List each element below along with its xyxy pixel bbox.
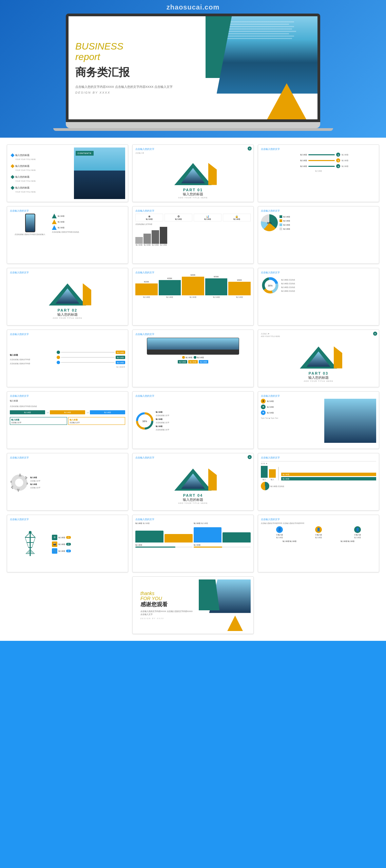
slide9-text1: 输入标题 点击此处: [281, 279, 376, 281]
slide-part04[interactable]: 点击输入您的文字 + PART 04 输入您的标题 ADD YOUR TITLE…: [132, 453, 254, 511]
slide15-icon-row3: ★ 输入标题: [261, 410, 324, 415]
badge-icon-2: [194, 356, 196, 359]
bar-price-4: ¥250K: [214, 276, 218, 278]
slide13-desc: 点击此处输入您的文字内容点击此处: [10, 405, 125, 408]
slide-person-icons[interactable]: 点击输入您的文字 ★ 输入标题 ★ 输入标题 ★ 输入标题: [258, 391, 379, 449]
slide10-left: 输入标题 点击此处输入您的文字内容 点击此处输入您的文字内容: [10, 337, 55, 381]
slide13-content: 输入标题 点击此处输入您的文字内容点击此处 输入标题 → 输入标题 → 输入标题…: [10, 399, 125, 425]
slide2-plus[interactable]: +: [248, 146, 252, 151]
slide-part03[interactable]: 点击输入 ▶ ADD YOUR TITLE HERE + PART 03 输入您…: [258, 330, 379, 387]
legend-color-3: [279, 223, 282, 226]
legend-label-4: 输入标题: [283, 228, 290, 230]
slide-star-report[interactable]: 点击输入您的文字 第X章 ▶ 输入 输入 输入标题 输入标题: [258, 453, 379, 511]
slide-part01[interactable]: 点击输入您的文字 点击输入 ▶ + PART 01 输入您的标题 ADD YOU…: [132, 144, 254, 202]
slide13-info1-title: 输入标题: [11, 418, 66, 421]
part02-triangle-image: [56, 289, 79, 304]
part04-orange-accent: [208, 469, 217, 491]
slide5-box1: ⊕ 输入标题: [135, 214, 163, 221]
slide-arc-icons[interactable]: 点击输入您的文字 36% 输入标题 点击此处输入文字 输入标题 点击此处输入文字: [132, 391, 254, 449]
timeline-item-2: 输入标题: [57, 356, 125, 359]
slide-info-list[interactable]: 点击输入您的文字 输入标题 ⊕ 输入标题 输入标题 ⊕ 输入标题: [258, 144, 379, 202]
part03-title: 输入您的标题: [308, 375, 329, 380]
part01-title: 输入您的标题: [183, 192, 203, 197]
slide-circle[interactable]: 点击输入您的文字 36% 输入标题 点击此处 输入标题 点击此处 输入标题 点击…: [258, 268, 379, 326]
spinner-svg: 36%: [261, 276, 279, 295]
part01-triangle: [174, 163, 212, 185]
slide6-legend: 输入标题 输入标题 输入标题 输入标题: [279, 215, 376, 230]
timeline-dot-2: [57, 356, 60, 359]
toc-diamond-2: [11, 164, 14, 168]
slide17-click-label: 点击输入您的文字: [135, 456, 251, 459]
bar-group-2: ¥150K 输入标题: [159, 277, 181, 298]
slide13-click-label: 点击输入您的文字: [10, 394, 125, 398]
slide13-info2-title: 输入标题: [70, 418, 124, 421]
slide-bar-chart[interactable]: 点击输入您的文字 ¥100K 输入标题 ¥150K 输入标题 ¥200K 输入标…: [132, 268, 254, 326]
slide19-list: ⚙ 输入标题 31 📷 输入标题 28 📎 输入标题 19: [52, 522, 125, 566]
laptop-mockup: BUSINESS report 商务类汇报 点击输入您的文字内容XXXX 点击输…: [66, 14, 320, 131]
slide4-step1: 输入标题: [52, 214, 125, 218]
thanks-en-1: thanks: [140, 591, 154, 596]
slide4-click-label: 点击输入您的文字: [10, 209, 125, 213]
slide-phone[interactable]: 点击输入您的文字 点击此处输入您的文字内容点击此处输入. 输入标题 输入标: [7, 206, 128, 264]
slide-gear[interactable]: 点击输入您的文字 输入标题 点击输入文字 输入标题 点击输入文字: [7, 453, 128, 511]
toc-item-1: 输入您的标题: [11, 154, 71, 157]
slide11-content: 输入标题 输入标题 输入标题 输入标题 输入标题: [135, 338, 251, 363]
slide20-content: 输入标题 输入标题 输入标题 输入标题 输入标题: [135, 522, 251, 548]
stair-3: 输入标题: [152, 230, 159, 246]
slide20-prog-label2: 输入标题: [194, 544, 251, 546]
legend-label-1: 输入标题: [283, 216, 290, 218]
slide-flow[interactable]: 点击输入您的文字 输入标题 点击此处输入您的文字内容点击此处 输入标题 → 输入…: [7, 391, 128, 449]
slide-part02[interactable]: 点击输入您的文字 PART 02 输入您的标题 ADD YOUR TITLE H…: [7, 268, 128, 326]
slide4-phone-label: 点击此处输入您的文字内容点击此处输入.: [15, 233, 45, 235]
thanks-bg: [199, 579, 251, 631]
slide18-pie-text: 输入标题 点击此处: [270, 485, 284, 487]
step3-text: 输入标题: [58, 226, 64, 229]
slide-timeline[interactable]: 点击输入您的文字 输入标题 点击此处输入您的文字内容 点击此处输入您的文字内容 …: [7, 330, 128, 387]
slide-bar-report[interactable]: 点击输入您的文字 输入标题 输入标题 输入标题 输入标题: [132, 515, 254, 572]
building-image: [217, 16, 317, 94]
slide-laptop-content[interactable]: 点击输入您的文字 输入标题 输入标题 输入标题: [132, 330, 254, 387]
stair-label-1: 输入标题: [136, 244, 142, 246]
slide-icon-list-right[interactable]: 点击输入您的文字 点击输入您的文字内容XXXX 点击输入您的文字内容XXXX 👤…: [258, 515, 379, 572]
stair-label-3: 输入标题: [152, 244, 159, 246]
slide-toc[interactable]: 输入您的标题 YOUR YOUR TITLE HERE 输入您的标题 YOUR …: [7, 144, 128, 202]
slide14-info-text1: 点击此处输入文字: [156, 414, 251, 417]
slide11-laptop: [147, 338, 239, 355]
slide-pie[interactable]: 点击输入您的文字 36% 输入标题 输入标题: [258, 206, 379, 264]
flow-arrow-2: →: [86, 411, 89, 414]
slide-thanks[interactable]: thanks FOR YOU 感谢您观看 点击输入您的文字内容XXXX 点击输入…: [132, 576, 254, 634]
hero-business-label: BUSINESS report: [75, 41, 199, 62]
timeline-badge-3: 输入标题: [116, 361, 125, 364]
person-label-3: 仨编入题: [354, 534, 361, 536]
person-icon-3: 👤: [354, 526, 361, 533]
bar-group-3: ¥200K 输入标题: [182, 274, 204, 298]
slide12-topbar2: ADD YOUR TITLE HERE: [261, 335, 376, 337]
slide13-title: 输入标题: [10, 399, 125, 402]
bar-label-4: 输入标题: [213, 296, 220, 298]
part01-triangle-container: [174, 163, 212, 185]
slide3-click-label: 点击输入您的文字: [261, 147, 376, 151]
part03-number: PART 03: [309, 371, 328, 375]
slide17-plus[interactable]: +: [248, 455, 252, 459]
slide-tower[interactable]: 点击输入您的文字: [7, 515, 128, 572]
part01-layout: PART 01 输入您的标题 ADD YOUR TITLE HERE: [135, 155, 251, 202]
toc-sub-3: YOUR YOUR TITLE HERE: [15, 180, 71, 182]
part01-orange-accent: [208, 163, 217, 185]
slide14-info: 输入标题 点击此处输入文字 输入标题 点击此处输入文字 输入标题 点击此处输入文…: [156, 411, 251, 431]
slide9-text3: 输入标题 点击此处: [281, 286, 376, 289]
laptop-base: [53, 128, 333, 131]
slide11-click-label: 点击输入您的文字: [135, 333, 251, 336]
slide16-click-label: 点击输入您的文字: [10, 456, 125, 459]
slide10-desc2: 点击此处输入您的文字内容: [10, 362, 55, 365]
slide18-header: 第X章 ▶: [261, 461, 376, 465]
stair-4: 输入标题: [160, 227, 167, 246]
slide16-text1: 点击输入文字: [30, 480, 125, 482]
slide-steps[interactable]: 点击输入您的文字 ⊕ 输入标题 ⚙ 输入标题 📊 输入标题 🔒 输入标题: [132, 206, 254, 264]
toc-item-2: 输入您的标题: [11, 164, 71, 168]
slide12-plus[interactable]: +: [373, 332, 377, 336]
legend-label-2: 输入标题: [283, 220, 290, 222]
stair-label-4: 输入标题: [160, 244, 167, 246]
thanks-layout: thanks FOR YOU 感谢您观看 点击输入您的文字内容XXXX 点击输入…: [135, 579, 251, 631]
slide14-info-title3: 输入标题: [156, 425, 251, 427]
star-icon-2: ★: [261, 405, 266, 409]
